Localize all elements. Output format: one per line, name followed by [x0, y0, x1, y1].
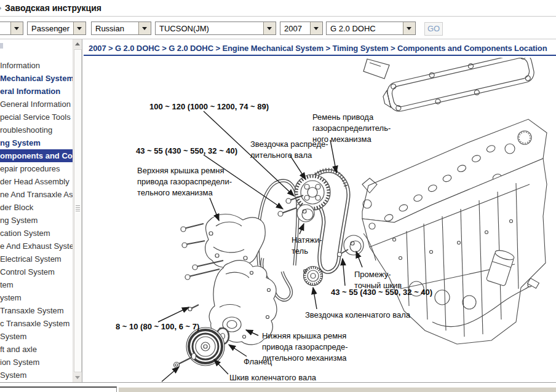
arrow-down-icon	[75, 376, 80, 379]
breadcrumb: 2007 > G 2.0 DOHC > G 2.0 DOHC > Engine …	[89, 44, 547, 53]
go-button[interactable]: GO	[424, 22, 443, 36]
dropdown-arrow-button[interactable]	[310, 22, 322, 34]
scroll-up-button[interactable]	[73, 39, 82, 49]
sidebar-item[interactable]: der Head Assembly	[0, 175, 73, 188]
label-upper-cover: Верхняя крышка ремня привода газораспред…	[137, 165, 232, 198]
tree-icon-fragment	[0, 43, 3, 49]
sidebar-item[interactable]: cation System	[0, 227, 73, 240]
sidebar-item[interactable]: Information	[0, 59, 73, 72]
scrollbar-grip	[76, 205, 80, 212]
chevron-down-icon	[314, 27, 319, 30]
chevron-down-icon	[14, 27, 19, 30]
label-crank-sprocket: Звездочка коленчатого вала	[305, 310, 410, 321]
dropdown-arrow-button[interactable]	[10, 22, 23, 34]
label-flange: Фланец	[244, 356, 272, 367]
torque-label-tensioner: 43 ~ 55 (430 ~ 550, 32 ~ 40)	[136, 146, 237, 157]
dropdown-arrow-button[interactable]	[263, 22, 276, 34]
select-model[interactable]: TUCSON(JM)	[155, 22, 276, 35]
torque-label-cam: 100 ~ 120 (1000 ~ 1200, 74 ~ 89)	[149, 101, 269, 112]
sidebar-item[interactable]: ion System	[0, 356, 73, 369]
label-tensioner: Натяжи- тель	[292, 235, 322, 257]
title-bar: › Заводская инструкция	[0, 0, 556, 17]
sidebar-item[interactable]: Control System	[0, 265, 73, 278]
sidebar-item[interactable]: Electrical System	[0, 253, 73, 265]
sidebar-item[interactable]: ystem	[0, 291, 73, 304]
status-field	[0, 386, 117, 392]
breadcrumb-arrow-icon: ›	[0, 3, 1, 12]
label-lower-cover: Нижняя крышка ремня привода газораспреде…	[262, 331, 348, 364]
select-passenger[interactable]: Passenger	[27, 22, 86, 35]
select-clipped[interactable]	[0, 22, 23, 35]
sidebar-scrollbar[interactable]	[73, 39, 82, 382]
dropdown-arrow-button[interactable]	[73, 22, 85, 34]
sidebar-item[interactable]: c Transaxle System	[0, 317, 73, 330]
breadcrumb-underline	[84, 55, 556, 56]
sidebar-item[interactable]: eral Information	[0, 85, 73, 98]
sidebar-item[interactable]: ng System	[0, 136, 73, 149]
label-cam-sprocket: Звездочка распреде- лительного вала	[250, 139, 328, 161]
select-engine-value: G 2.0 DOHC	[330, 24, 376, 33]
vehicle-toolbar: Passenger Russian TUCSON(JM) 2007 G 2.0 …	[0, 17, 556, 39]
torque-label-cover: 8 ~ 10 (80 ~ 100, 6 ~ 7)	[116, 321, 199, 332]
sidebar-item[interactable]: e And Exhaust Syste	[0, 240, 73, 253]
scrollbar-thumb[interactable]	[74, 49, 82, 372]
navigation-sidebar: Information Mechanical System eral Infor…	[0, 39, 82, 382]
select-year[interactable]: 2007	[280, 22, 323, 35]
sidebar-item[interactable]: tem	[0, 278, 73, 291]
status-bar	[119, 387, 556, 392]
select-language[interactable]: Russian	[91, 22, 151, 35]
torque-label-idler: 43 ~ 55 (430 ~ 550, 32 ~ 40)	[331, 287, 432, 298]
dropdown-arrow-button[interactable]	[138, 22, 151, 34]
sidebar-item[interactable]: epair procedures	[0, 162, 73, 175]
arrow-up-icon	[75, 42, 80, 45]
page-title: Заводская инструкция	[5, 3, 101, 13]
sidebar-item[interactable]: ng System	[0, 214, 73, 227]
sidebar-item[interactable]: System	[0, 369, 73, 382]
sidebar-item[interactable]: ft and axle	[0, 343, 73, 356]
sidebar-item[interactable]: ne And Transaxle As	[0, 188, 73, 201]
chevron-down-icon	[142, 27, 147, 30]
sidebar-item-selected[interactable]: omponents and Co	[0, 149, 73, 162]
chevron-down-icon	[407, 27, 411, 30]
chevron-down-icon	[267, 27, 272, 30]
service-manual-window: { "title": "Заводская инструкция", "titl…	[0, 0, 556, 392]
main-content: 2007 > G 2.0 DOHC > G 2.0 DOHC > Engine …	[82, 39, 556, 382]
select-passenger-value: Passenger	[31, 24, 70, 33]
sidebar-item[interactable]: pecial Service Tools	[0, 111, 73, 123]
sidebar-item[interactable]: der Block	[0, 201, 73, 214]
select-language-value: Russian	[95, 24, 124, 33]
chevron-down-icon	[77, 27, 82, 30]
bottom-frame	[0, 382, 556, 392]
sidebar-item[interactable]: Transaxle System	[0, 304, 73, 317]
select-engine[interactable]: G 2.0 DOHC	[326, 22, 416, 35]
sidebar-list: Information Mechanical System eral Infor…	[0, 59, 73, 382]
sidebar-item[interactable]: System	[0, 330, 73, 343]
select-model-value: TUCSON(JM)	[159, 24, 209, 33]
sidebar-item[interactable]: General Information	[0, 98, 73, 111]
sidebar-item[interactable]: roubleshooting	[0, 123, 73, 136]
engine-timing-diagram: 100 ~ 120 (1000 ~ 1200, 74 ~ 89) Ремень …	[82, 58, 556, 382]
scroll-down-button[interactable]	[73, 373, 82, 382]
dropdown-arrow-button[interactable]	[403, 22, 415, 34]
select-year-value: 2007	[284, 24, 302, 33]
sidebar-item[interactable]: Mechanical System	[0, 72, 73, 85]
